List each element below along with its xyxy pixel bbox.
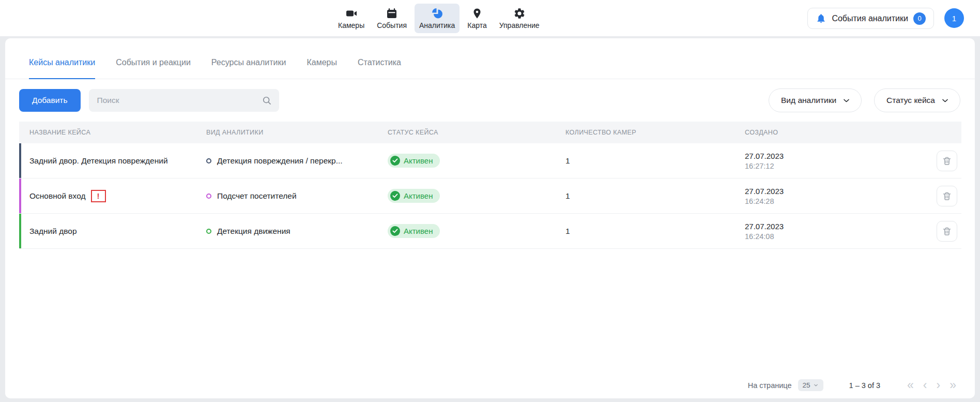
case-color-stripe	[19, 178, 21, 213]
camera-count: 1	[565, 156, 745, 166]
table-row[interactable]: Задний двор Детекция движения Активен 1 …	[19, 214, 961, 249]
table-row[interactable]: Задний двор. Детекция повреждений Детекц…	[19, 143, 961, 178]
tab-statistics[interactable]: Статистика	[358, 58, 401, 79]
chevron-down-icon	[842, 96, 851, 105]
nav-label: Камеры	[338, 21, 364, 29]
pager-controls: « ‹ › »	[907, 379, 956, 391]
filter-label: Вид аналитики	[781, 96, 836, 105]
toolbar: Добавить Вид аналитики Статус кейса	[5, 88, 975, 112]
top-bar: Камеры События Аналитика Карта Управлени	[0, 0, 980, 36]
header-case-name: НАЗВАНИЕ КЕЙСА	[29, 129, 206, 136]
created-cell: 27.07.2023 16:24:28	[745, 187, 926, 205]
status-label: Активен	[404, 227, 433, 235]
prev-page-icon[interactable]: ‹	[923, 379, 927, 391]
map-icon	[471, 7, 483, 20]
delete-button[interactable]	[937, 221, 957, 242]
created-date: 27.07.2023	[745, 152, 926, 160]
status-badge: Активен	[388, 154, 440, 168]
events-icon	[386, 7, 398, 20]
check-icon	[390, 226, 400, 236]
created-date: 27.07.2023	[745, 187, 926, 196]
created-date: 27.07.2023	[745, 222, 926, 231]
camera-count: 1	[565, 227, 745, 236]
tab-events-reactions[interactable]: События и реакции	[116, 58, 191, 79]
cases-table: НАЗВАНИЕ КЕЙСА ВИД АНАЛИТИКИ СТАТУС КЕЙС…	[19, 122, 961, 249]
analytics-type-filter[interactable]: Вид аналитики	[769, 88, 862, 112]
nav-item-map[interactable]: Карта	[463, 4, 491, 33]
trash-icon	[942, 226, 952, 236]
trash-icon	[942, 156, 952, 166]
search-icon	[262, 95, 272, 108]
nav-label: События	[377, 21, 407, 29]
nav-label: Карта	[467, 21, 486, 29]
created-time: 16:27:12	[745, 162, 926, 170]
status-badge: Активен	[388, 189, 440, 203]
created-time: 16:24:08	[745, 232, 926, 241]
case-color-stripe	[19, 214, 21, 248]
main-nav: Камеры События Аналитика Карта Управлени	[333, 0, 544, 36]
tab-analytics-cases[interactable]: Кейсы аналитики	[29, 58, 95, 79]
chevron-down-icon	[941, 96, 950, 105]
analytics-type: Подсчет посетителей	[217, 191, 297, 201]
user-avatar[interactable]: 1	[944, 8, 964, 28]
add-button[interactable]: Добавить	[19, 89, 81, 112]
tabs: Кейсы аналитики События и реакции Ресурс…	[5, 38, 975, 79]
header-analytics-type: ВИД АНАЛИТИКИ	[206, 129, 388, 136]
analytics-type-icon	[206, 193, 211, 199]
per-page-value: 25	[803, 381, 810, 389]
status-label: Активен	[404, 156, 433, 165]
analytics-events-button[interactable]: События аналитики 0	[807, 8, 934, 29]
search-box	[89, 89, 279, 112]
events-button-label: События аналитики	[832, 14, 908, 23]
first-page-icon[interactable]: «	[907, 379, 914, 391]
analytics-type: Детекция движения	[217, 227, 290, 236]
chevron-down-icon	[813, 382, 819, 388]
nav-item-analytics[interactable]: Аналитика	[415, 4, 460, 33]
table-row[interactable]: Основной вход ! Подсчет посетителей Акти…	[19, 178, 961, 214]
table-header: НАЗВАНИЕ КЕЙСА ВИД АНАЛИТИКИ СТАТУС КЕЙС…	[19, 122, 961, 143]
header-case-status: СТАТУС КЕЙСА	[388, 129, 565, 136]
camera-count: 1	[565, 191, 745, 201]
camera-icon	[345, 7, 358, 20]
analytics-type-icon	[206, 158, 211, 163]
nav-item-management[interactable]: Управление	[495, 4, 544, 33]
per-page-select[interactable]: 25	[798, 379, 823, 391]
tab-analytics-resources[interactable]: Ресурсы аналитики	[211, 58, 286, 79]
filter-label: Статус кейса	[886, 96, 935, 105]
case-name: Задний двор	[29, 227, 77, 236]
tab-cameras[interactable]: Камеры	[307, 58, 337, 79]
status-badge: Активен	[388, 224, 440, 238]
created-cell: 27.07.2023 16:24:08	[745, 222, 926, 241]
search-input[interactable]	[89, 89, 279, 112]
warning-annotation-box: !	[91, 190, 106, 202]
nav-item-events[interactable]: События	[372, 4, 411, 33]
analytics-icon	[431, 7, 443, 20]
case-name: Основной вход	[29, 191, 86, 201]
analytics-type: Детекция повреждения / перекр...	[217, 156, 343, 166]
nav-item-cameras[interactable]: Камеры	[333, 4, 369, 33]
header-camera-count: КОЛИЧЕСТВО КАМЕР	[565, 129, 745, 136]
case-status-filter[interactable]: Статус кейса	[874, 88, 960, 112]
created-time: 16:24:28	[745, 197, 926, 205]
nav-label: Аналитика	[419, 21, 455, 29]
delete-button[interactable]	[937, 151, 957, 171]
events-count-badge: 0	[913, 12, 926, 25]
header-created: СОЗДАНО	[745, 129, 926, 136]
check-icon	[390, 156, 400, 166]
case-name: Задний двор. Детекция повреждений	[29, 156, 168, 166]
next-page-icon[interactable]: ›	[937, 379, 941, 391]
trash-icon	[942, 191, 952, 201]
pagination-range: 1 – 3 of 3	[849, 381, 880, 390]
check-icon	[390, 191, 400, 201]
nav-label: Управление	[499, 21, 540, 29]
delete-button[interactable]	[937, 186, 957, 206]
created-cell: 27.07.2023 16:27:12	[745, 152, 926, 170]
content-card: Кейсы аналитики События и реакции Ресурс…	[5, 38, 975, 398]
case-color-stripe	[19, 143, 21, 178]
per-page-label: На странице	[748, 381, 792, 390]
pagination-bar: На странице 25 1 – 3 of 3 « ‹ › »	[748, 379, 956, 391]
status-label: Активен	[404, 191, 433, 200]
settings-icon	[513, 7, 526, 20]
bell-icon	[816, 13, 826, 24]
last-page-icon[interactable]: »	[950, 379, 956, 391]
